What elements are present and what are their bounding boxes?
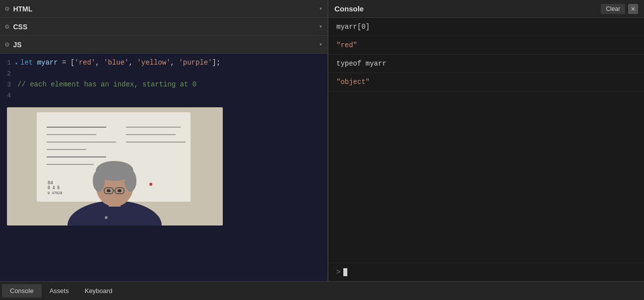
- line-number-1: 1: [0, 59, 15, 67]
- chevron-down-icon-css: ▾: [319, 23, 322, 30]
- console-cursor: [343, 268, 347, 276]
- console-header: Console Clear ×: [328, 0, 644, 18]
- tab-keyboard[interactable]: Keyboard: [77, 284, 121, 298]
- console-output-text-2: "red": [336, 41, 357, 49]
- line-content-3: // each element has an index, starting a…: [15, 80, 196, 88]
- svg-point-24: [107, 189, 111, 192]
- close-button[interactable]: ×: [628, 4, 638, 14]
- console-input-line[interactable]: >: [328, 263, 644, 281]
- css-section-header[interactable]: ⚙ CSS ▾: [0, 18, 327, 36]
- svg-text:04: 04: [48, 180, 53, 185]
- bottom-bar: Console Assets Keyboard: [0, 281, 644, 300]
- code-line-2: 2: [0, 70, 327, 80]
- console-prompt: >: [336, 268, 340, 276]
- svg-text:0 4 8: 0 4 8: [48, 186, 60, 190]
- code-editor[interactable]: 1 ▾ let myarr = ['red', 'blue', 'yellow'…: [0, 54, 327, 281]
- chevron-down-icon-html: ▾: [319, 5, 322, 12]
- console-input-text-1: myarr[0]: [336, 23, 370, 31]
- svg-point-26: [105, 216, 108, 219]
- css-header-left: ⚙ CSS: [5, 22, 27, 31]
- left-panel: ⚙ HTML ▾ ⚙ CSS ▾ ⚙ JS ▾ 1 ▾: [0, 0, 328, 281]
- svg-text:0 47920: 0 47920: [48, 191, 63, 195]
- right-panel: Console Clear × myarr[0] "red" typeof my…: [328, 0, 644, 281]
- video-container: 04 0 4 8 0 47920: [0, 102, 327, 230]
- html-section-header[interactable]: ⚙ HTML ▾: [0, 0, 327, 18]
- js-header-left: ⚙ JS: [5, 40, 22, 49]
- tab-assets[interactable]: Assets: [42, 284, 77, 298]
- code-line-4: 4: [0, 91, 327, 102]
- console-input-text-3: typeof myarr: [336, 60, 386, 68]
- console-entry-4: "object": [328, 73, 644, 91]
- js-section-header[interactable]: ⚙ JS ▾: [0, 36, 327, 54]
- console-output-text-4: "object": [336, 78, 370, 86]
- console-entry-2: "red": [328, 36, 644, 55]
- html-label: HTML: [13, 5, 32, 13]
- console-entry-3: typeof myarr: [328, 55, 644, 73]
- gear-icon-js: ⚙: [5, 40, 9, 49]
- line-number-3: 3: [0, 80, 15, 88]
- css-label: CSS: [13, 23, 27, 31]
- js-label: JS: [13, 41, 21, 49]
- line-number-4: 4: [0, 91, 15, 99]
- code-line-1: 1 ▾ let myarr = ['red', 'blue', 'yellow'…: [0, 59, 327, 70]
- chevron-down-icon-js: ▾: [319, 41, 322, 48]
- line-content-1: let myarr = ['red', 'blue', 'yellow', 'p…: [18, 59, 220, 67]
- gear-icon-html: ⚙: [5, 4, 9, 13]
- console-output: myarr[0] "red" typeof myarr "object": [328, 18, 644, 263]
- video-feed: 04 0 4 8 0 47920: [7, 107, 223, 225]
- console-controls: Clear ×: [601, 4, 638, 14]
- svg-point-20: [125, 170, 136, 192]
- html-header-left: ⚙ HTML: [5, 4, 32, 13]
- tab-console[interactable]: Console: [2, 284, 42, 298]
- gear-icon-css: ⚙: [5, 22, 9, 31]
- svg-point-19: [93, 170, 105, 192]
- console-entry-1: myarr[0]: [328, 18, 644, 36]
- code-line-3: 3 // each element has an index, starting…: [0, 80, 327, 91]
- svg-point-25: [118, 189, 122, 192]
- console-title: Console: [334, 4, 364, 13]
- clear-button[interactable]: Clear: [601, 4, 625, 14]
- line-number-2: 2: [0, 70, 15, 77]
- svg-point-11: [149, 183, 152, 186]
